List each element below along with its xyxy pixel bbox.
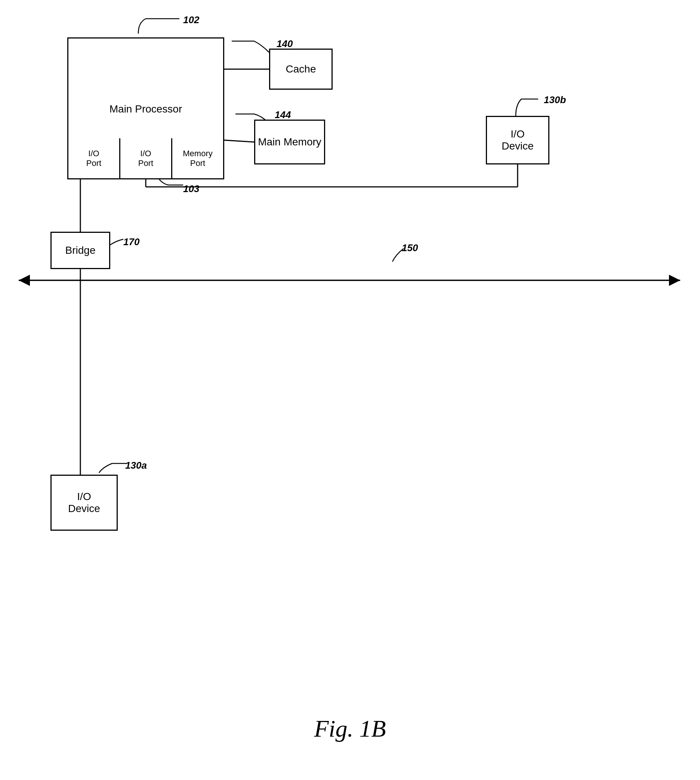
ref-150: 150: [402, 242, 418, 254]
main-memory-label: Main Memory: [258, 136, 322, 148]
io-port-2-box: I/OPort: [120, 138, 172, 178]
figure-title: Fig. 1B: [314, 715, 386, 742]
io-port-1-label: I/OPort: [86, 149, 101, 168]
ports-row: I/OPort I/OPort MemoryPort: [67, 138, 224, 179]
main-memory-box: Main Memory: [254, 120, 325, 165]
io-device-b-label: I/ODevice: [502, 128, 534, 152]
ref-140: 140: [277, 38, 293, 50]
io-port-2-label: I/OPort: [138, 149, 153, 168]
diagram-container: Main Processor I/OPort I/OPort MemoryPor…: [0, 0, 700, 780]
io-device-b-box: I/ODevice: [486, 116, 549, 165]
ref-170: 170: [123, 236, 139, 248]
io-device-a-box: I/ODevice: [50, 475, 118, 531]
ref-144: 144: [275, 109, 291, 121]
bridge-box: Bridge: [50, 232, 110, 269]
io-device-a-label: I/ODevice: [68, 491, 100, 515]
ref-130b: 130b: [544, 94, 566, 106]
bridge-label: Bridge: [65, 245, 96, 257]
ref-130a: 130a: [125, 460, 147, 471]
svg-marker-4: [19, 275, 30, 286]
figure-caption: Fig. 1B: [0, 715, 700, 743]
memory-port-box: MemoryPort: [172, 138, 223, 178]
ref-103: 103: [183, 183, 199, 195]
svg-line-1: [224, 140, 254, 142]
main-processor-label: Main Processor: [110, 103, 182, 115]
ref-102: 102: [183, 14, 199, 26]
io-port-1-box: I/OPort: [68, 138, 120, 178]
svg-marker-5: [669, 275, 680, 286]
cache-label: Cache: [286, 63, 316, 75]
cache-box: Cache: [269, 48, 333, 90]
memory-port-label: MemoryPort: [183, 149, 212, 168]
